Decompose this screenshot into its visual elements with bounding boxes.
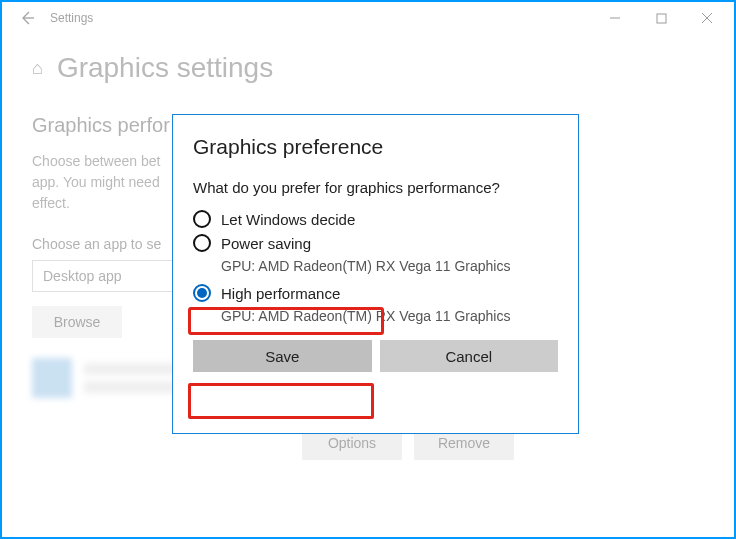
back-button[interactable] — [12, 10, 42, 26]
window-title: Settings — [50, 11, 93, 25]
svg-rect-1 — [657, 14, 666, 23]
browse-button[interactable]: Browse — [32, 306, 122, 338]
graphics-preference-dialog: Graphics preference What do you prefer f… — [172, 114, 579, 434]
home-icon[interactable]: ⌂ — [32, 58, 43, 79]
option-label: Let Windows decide — [221, 211, 355, 228]
dialog-question: What do you prefer for graphics performa… — [193, 179, 558, 196]
minimize-button[interactable] — [592, 4, 638, 32]
option-detail: GPU: AMD Radeon(TM) RX Vega 11 Graphics — [221, 258, 558, 274]
radio-option-high-performance[interactable]: High performance — [193, 284, 558, 302]
option-label: High performance — [221, 285, 340, 302]
save-button[interactable]: Save — [193, 340, 372, 372]
dropdown-value: Desktop app — [43, 268, 122, 284]
option-label: Power saving — [221, 235, 311, 252]
close-button[interactable] — [684, 4, 730, 32]
dialog-title: Graphics preference — [193, 135, 558, 159]
radio-option-power-saving[interactable]: Power saving — [193, 234, 558, 252]
maximize-button[interactable] — [638, 4, 684, 32]
page-title: Graphics settings — [57, 52, 273, 84]
window-controls — [592, 4, 730, 32]
radio-icon — [193, 210, 211, 228]
cancel-button[interactable]: Cancel — [380, 340, 559, 372]
highlight-annotation — [188, 307, 384, 335]
radio-icon-selected — [193, 284, 211, 302]
app-icon — [32, 358, 72, 398]
radio-option-let-windows-decide[interactable]: Let Windows decide — [193, 210, 558, 228]
radio-icon — [193, 234, 211, 252]
highlight-annotation — [188, 383, 374, 419]
